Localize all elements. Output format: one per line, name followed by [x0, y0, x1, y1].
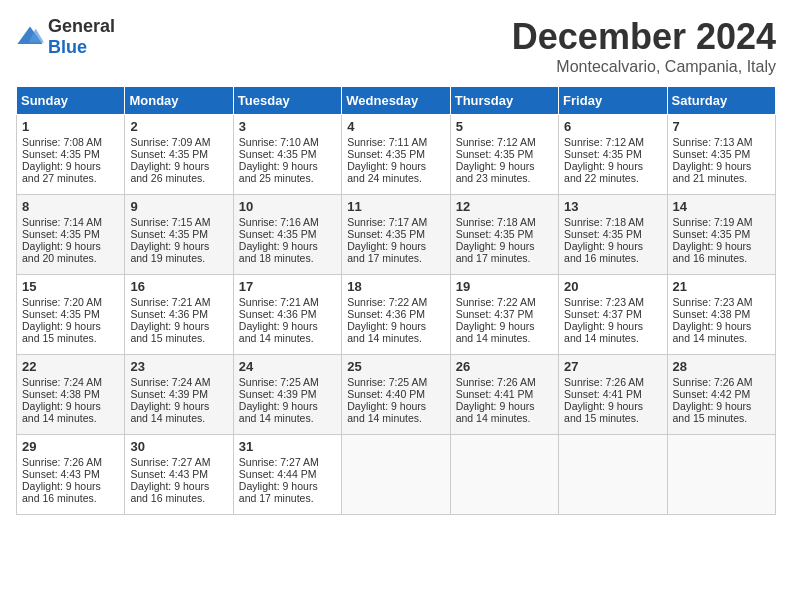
sunrise-text: Sunrise: 7:20 AM [22, 296, 102, 308]
sunrise-text: Sunrise: 7:24 AM [22, 376, 102, 388]
sunrise-text: Sunrise: 7:26 AM [456, 376, 536, 388]
sunset-text: Sunset: 4:43 PM [130, 468, 208, 480]
daylight-text: Daylight: 9 hours and 14 minutes. [456, 320, 535, 344]
sunrise-text: Sunrise: 7:12 AM [564, 136, 644, 148]
daylight-text: Daylight: 9 hours and 19 minutes. [130, 240, 209, 264]
sunset-text: Sunset: 4:35 PM [456, 148, 534, 160]
sunrise-text: Sunrise: 7:11 AM [347, 136, 427, 148]
day-number: 31 [239, 439, 336, 454]
daylight-text: Daylight: 9 hours and 20 minutes. [22, 240, 101, 264]
sunset-text: Sunset: 4:35 PM [130, 148, 208, 160]
header-cell-tuesday: Tuesday [233, 87, 341, 115]
calendar-cell [342, 435, 450, 515]
calendar-cell: 15Sunrise: 7:20 AMSunset: 4:35 PMDayligh… [17, 275, 125, 355]
header-row: SundayMondayTuesdayWednesdayThursdayFrid… [17, 87, 776, 115]
sunset-text: Sunset: 4:38 PM [673, 308, 751, 320]
sunset-text: Sunset: 4:37 PM [456, 308, 534, 320]
sunrise-text: Sunrise: 7:19 AM [673, 216, 753, 228]
calendar-cell: 25Sunrise: 7:25 AMSunset: 4:40 PMDayligh… [342, 355, 450, 435]
sunset-text: Sunset: 4:35 PM [22, 148, 100, 160]
day-number: 9 [130, 199, 227, 214]
sunrise-text: Sunrise: 7:08 AM [22, 136, 102, 148]
sunset-text: Sunset: 4:35 PM [673, 148, 751, 160]
sunset-text: Sunset: 4:39 PM [130, 388, 208, 400]
daylight-text: Daylight: 9 hours and 15 minutes. [564, 400, 643, 424]
day-number: 8 [22, 199, 119, 214]
day-number: 15 [22, 279, 119, 294]
calendar-table: SundayMondayTuesdayWednesdayThursdayFrid… [16, 86, 776, 515]
daylight-text: Daylight: 9 hours and 14 minutes. [239, 320, 318, 344]
sunrise-text: Sunrise: 7:17 AM [347, 216, 427, 228]
sunset-text: Sunset: 4:35 PM [456, 228, 534, 240]
calendar-cell: 31Sunrise: 7:27 AMSunset: 4:44 PMDayligh… [233, 435, 341, 515]
location-title: Montecalvario, Campania, Italy [512, 58, 776, 76]
daylight-text: Daylight: 9 hours and 16 minutes. [673, 240, 752, 264]
sunset-text: Sunset: 4:36 PM [130, 308, 208, 320]
calendar-cell: 3Sunrise: 7:10 AMSunset: 4:35 PMDaylight… [233, 115, 341, 195]
daylight-text: Daylight: 9 hours and 25 minutes. [239, 160, 318, 184]
sunrise-text: Sunrise: 7:24 AM [130, 376, 210, 388]
sunrise-text: Sunrise: 7:15 AM [130, 216, 210, 228]
sunrise-text: Sunrise: 7:23 AM [564, 296, 644, 308]
sunset-text: Sunset: 4:35 PM [22, 308, 100, 320]
day-number: 30 [130, 439, 227, 454]
sunset-text: Sunset: 4:41 PM [456, 388, 534, 400]
calendar-cell: 11Sunrise: 7:17 AMSunset: 4:35 PMDayligh… [342, 195, 450, 275]
day-number: 28 [673, 359, 770, 374]
day-number: 5 [456, 119, 553, 134]
day-number: 22 [22, 359, 119, 374]
calendar-cell: 14Sunrise: 7:19 AMSunset: 4:35 PMDayligh… [667, 195, 775, 275]
calendar-cell [667, 435, 775, 515]
daylight-text: Daylight: 9 hours and 14 minutes. [456, 400, 535, 424]
calendar-cell: 21Sunrise: 7:23 AMSunset: 4:38 PMDayligh… [667, 275, 775, 355]
sunrise-text: Sunrise: 7:16 AM [239, 216, 319, 228]
calendar-cell: 29Sunrise: 7:26 AMSunset: 4:43 PMDayligh… [17, 435, 125, 515]
sunrise-text: Sunrise: 7:25 AM [239, 376, 319, 388]
day-number: 1 [22, 119, 119, 134]
sunset-text: Sunset: 4:41 PM [564, 388, 642, 400]
daylight-text: Daylight: 9 hours and 16 minutes. [564, 240, 643, 264]
day-number: 11 [347, 199, 444, 214]
sunrise-text: Sunrise: 7:21 AM [130, 296, 210, 308]
day-number: 17 [239, 279, 336, 294]
sunset-text: Sunset: 4:36 PM [347, 308, 425, 320]
calendar-cell: 22Sunrise: 7:24 AMSunset: 4:38 PMDayligh… [17, 355, 125, 435]
daylight-text: Daylight: 9 hours and 26 minutes. [130, 160, 209, 184]
sunset-text: Sunset: 4:35 PM [347, 148, 425, 160]
calendar-cell: 8Sunrise: 7:14 AMSunset: 4:35 PMDaylight… [17, 195, 125, 275]
daylight-text: Daylight: 9 hours and 16 minutes. [130, 480, 209, 504]
day-number: 27 [564, 359, 661, 374]
header-cell-sunday: Sunday [17, 87, 125, 115]
title-area: December 2024 Montecalvario, Campania, I… [512, 16, 776, 76]
daylight-text: Daylight: 9 hours and 16 minutes. [22, 480, 101, 504]
sunset-text: Sunset: 4:44 PM [239, 468, 317, 480]
calendar-cell: 1Sunrise: 7:08 AMSunset: 4:35 PMDaylight… [17, 115, 125, 195]
daylight-text: Daylight: 9 hours and 17 minutes. [456, 240, 535, 264]
sunrise-text: Sunrise: 7:27 AM [239, 456, 319, 468]
calendar-cell: 23Sunrise: 7:24 AMSunset: 4:39 PMDayligh… [125, 355, 233, 435]
day-number: 18 [347, 279, 444, 294]
daylight-text: Daylight: 9 hours and 14 minutes. [673, 320, 752, 344]
sunrise-text: Sunrise: 7:21 AM [239, 296, 319, 308]
day-number: 7 [673, 119, 770, 134]
sunrise-text: Sunrise: 7:23 AM [673, 296, 753, 308]
calendar-cell: 20Sunrise: 7:23 AMSunset: 4:37 PMDayligh… [559, 275, 667, 355]
calendar-cell: 9Sunrise: 7:15 AMSunset: 4:35 PMDaylight… [125, 195, 233, 275]
month-title: December 2024 [512, 16, 776, 58]
day-number: 4 [347, 119, 444, 134]
sunset-text: Sunset: 4:35 PM [22, 228, 100, 240]
sunrise-text: Sunrise: 7:26 AM [564, 376, 644, 388]
sunrise-text: Sunrise: 7:12 AM [456, 136, 536, 148]
calendar-cell: 12Sunrise: 7:18 AMSunset: 4:35 PMDayligh… [450, 195, 558, 275]
sunset-text: Sunset: 4:36 PM [239, 308, 317, 320]
week-row-4: 22Sunrise: 7:24 AMSunset: 4:38 PMDayligh… [17, 355, 776, 435]
daylight-text: Daylight: 9 hours and 14 minutes. [22, 400, 101, 424]
sunrise-text: Sunrise: 7:09 AM [130, 136, 210, 148]
sunrise-text: Sunrise: 7:22 AM [347, 296, 427, 308]
sunrise-text: Sunrise: 7:25 AM [347, 376, 427, 388]
sunset-text: Sunset: 4:40 PM [347, 388, 425, 400]
sunset-text: Sunset: 4:38 PM [22, 388, 100, 400]
logo-general: General [48, 16, 115, 36]
daylight-text: Daylight: 9 hours and 17 minutes. [239, 480, 318, 504]
calendar-cell: 2Sunrise: 7:09 AMSunset: 4:35 PMDaylight… [125, 115, 233, 195]
